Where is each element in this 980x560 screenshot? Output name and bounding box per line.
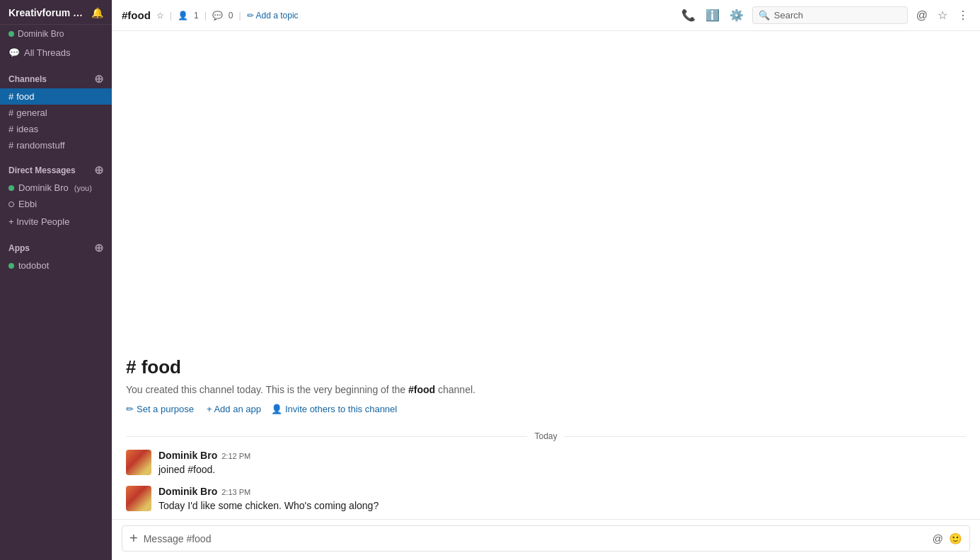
meta-sep-1: | [170,11,172,21]
message-author-2: Dominik Bro [158,486,217,497]
search-input[interactable] [774,10,901,21]
search-box: 🔍 [752,6,908,24]
set-purpose-link[interactable]: ✏ Set a purpose [126,404,194,414]
dm-item-dominik[interactable]: Dominik Bro (you) [0,180,112,196]
at-icon-button[interactable]: @ [915,8,929,23]
topbar-right: 📞 ℹ️ ⚙️ 🔍 @ ☆ ⋮ [680,6,970,24]
message-content-1: Dominik Bro 2:12 PM joined #food. [158,450,966,477]
message-input[interactable] [144,533,927,544]
hash-icon-food: # [8,91,13,102]
channel-item-randomstuff[interactable]: # randomstuff [0,137,112,153]
dm-name-dominik: Dominik Bro [18,182,69,193]
topbar: #food ☆ | 👤 1 | 💬 0 | ✏ Add a topic 📞 ℹ️… [112,0,980,31]
more-icon-button[interactable]: ⋮ [956,7,970,23]
add-topic-label: Add a topic [256,11,299,21]
search-icon: 🔍 [759,10,770,21]
threads-icon: 💬 [8,47,20,58]
add-dm-button[interactable]: ⊕ [94,163,103,177]
pencil-icon-purpose: ✏ [126,404,134,414]
main-content: #food ☆ | 👤 1 | 💬 0 | ✏ Add a topic 📞 ℹ️… [112,0,980,560]
reply-count: 0 [229,11,234,21]
add-channel-button[interactable]: ⊕ [94,72,103,86]
meta-sep-2: | [204,11,207,21]
app-online-dot-todobot [8,263,14,269]
dm-online-dot-dominik [8,185,14,191]
message-input-area: + @ 🙂 [112,519,980,560]
message-text-1: joined #food. [158,462,966,477]
channel-intro: # food You created this channel today. T… [112,335,980,426]
intro-desc-pre: You created this channel today. This is … [126,384,405,395]
all-threads-label: All Threads [24,47,71,58]
channel-title: #food [122,9,151,21]
person-icon-invite: 👤 [271,404,282,414]
invite-people-label: + Invite People [8,216,69,227]
invite-people-button[interactable]: + Invite People [0,212,112,231]
hash-icon-ideas: # [8,124,13,134]
message-content-2: Dominik Bro 2:13 PM Today I'd like some … [158,486,966,513]
add-app-label: + Add an app [207,404,261,414]
intro-desc-post: channel. [438,384,475,395]
info-icon-button[interactable]: ℹ️ [704,7,721,23]
meta-sep-3: | [238,11,241,21]
channel-item-general[interactable]: # general [0,105,112,121]
app-item-todobot[interactable]: todobot [0,257,112,274]
member-icon: 👤 [178,11,188,21]
message-header-2: Dominik Bro 2:13 PM [158,486,966,497]
reply-icon: 💬 [212,11,223,21]
star-icon-button[interactable]: ☆ [936,7,949,23]
intro-channel-name: #food [408,384,438,395]
pencil-icon: ✏ [247,11,254,21]
channel-item-food[interactable]: # food [0,88,112,105]
message-text-2: Today I'd like some chicken. Who's comin… [158,498,966,513]
add-attachment-button[interactable]: + [129,530,138,547]
divider-line-right [565,436,966,437]
at-mention-icon[interactable]: @ [933,532,943,544]
apps-section-header: Apps ⊕ [0,231,112,257]
channel-intro-title: # food [126,356,966,378]
sidebar: Kreativforum Fr... 🔔 Dominik Bro 💬 All T… [0,0,112,560]
messages-area: # food You created this channel today. T… [112,31,980,519]
channels-label: Channels [8,74,47,84]
topbar-meta: ☆ | 👤 1 | 💬 0 | ✏ Add a topic [156,11,299,21]
apps-label: Apps [8,243,30,253]
dm-item-ebbi[interactable]: Ebbi [0,196,112,212]
message-input-box: + @ 🙂 [122,525,970,552]
add-app-link[interactable]: + Add an app [204,404,261,414]
settings-icon-button[interactable]: ⚙️ [728,7,745,23]
call-icon-button[interactable]: 📞 [680,7,697,23]
emoji-icon[interactable]: 🙂 [949,532,962,545]
today-divider: Today [112,426,980,447]
hash-icon-randomstuff: # [8,140,13,151]
dm-label: Direct Messages [8,165,76,175]
add-app-button[interactable]: ⊕ [94,241,103,255]
hash-icon-general: # [8,107,13,118]
header-icons: 🔔 [91,7,103,18]
user-status[interactable]: Dominik Bro [0,25,112,43]
invite-channel-link[interactable]: 👤 Invite others to this channel [271,404,397,414]
dm-section-header: Direct Messages ⊕ [0,153,112,180]
dm-offline-dot-ebbi [8,202,14,207]
message-time-2: 2:13 PM [221,488,250,496]
channels-section-header: Channels ⊕ [0,62,112,88]
dm-name-ebbi: Ebbi [18,199,37,209]
topbar-left: #food ☆ | 👤 1 | 💬 0 | ✏ Add a topic [122,9,299,21]
add-topic-button[interactable]: ✏ Add a topic [247,11,299,21]
avatar-2 [126,486,151,511]
today-label: Today [534,431,557,441]
avatar-1 [126,450,151,475]
input-right-icons: @ 🙂 [933,532,962,545]
all-threads-item[interactable]: 💬 All Threads [0,43,112,62]
notification-icon[interactable]: 🔔 [91,7,103,18]
online-status-dot [8,31,14,37]
star-icon-channel[interactable]: ☆ [156,11,164,21]
sidebar-header: Kreativforum Fr... 🔔 [0,0,112,25]
app-name-todobot: todobot [18,260,49,271]
user-name: Dominik Bro [18,29,64,39]
message-group-1: Dominik Bro 2:12 PM joined #food. [112,447,980,483]
message-time-1: 2:12 PM [221,452,250,460]
channel-item-ideas[interactable]: # ideas [0,121,112,137]
workspace-name[interactable]: Kreativforum Fr... [8,7,86,18]
invite-channel-label: Invite others to this channel [285,404,397,414]
channel-name-general: general [16,107,47,118]
message-header-1: Dominik Bro 2:12 PM [158,450,966,461]
